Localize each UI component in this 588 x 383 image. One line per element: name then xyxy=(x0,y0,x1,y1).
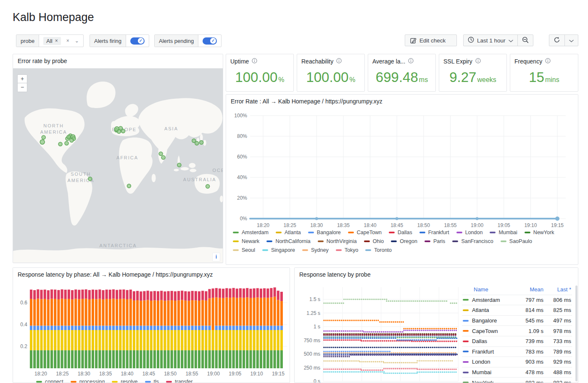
phase-bar-segment[interactable] xyxy=(98,326,101,330)
phase-bar-segment[interactable] xyxy=(181,350,183,368)
phase-bar-segment[interactable] xyxy=(277,300,279,326)
phase-bar-segment[interactable] xyxy=(253,288,256,298)
legend-item-seoul[interactable]: Seoul xyxy=(233,247,255,253)
phase-bar-segment[interactable] xyxy=(225,350,228,368)
phase-bar-segment[interactable] xyxy=(30,299,32,326)
refresh-button[interactable] xyxy=(549,35,564,46)
phase-bar-segment[interactable] xyxy=(85,298,87,325)
phase-bar-segment[interactable] xyxy=(208,350,211,368)
phase-bar-segment[interactable] xyxy=(68,290,70,299)
phase-bar-segment[interactable] xyxy=(160,300,163,326)
phase-bar-segment[interactable] xyxy=(61,298,63,325)
phase-bar-segment[interactable] xyxy=(57,290,60,299)
phase-bar-segment[interactable] xyxy=(219,298,221,325)
phase-bar-segment[interactable] xyxy=(109,290,111,299)
phase-bar-segment[interactable] xyxy=(61,350,63,368)
phase-bar-segment[interactable] xyxy=(33,290,36,299)
phase-bar-segment[interactable] xyxy=(191,330,194,350)
phase-bar-segment[interactable] xyxy=(243,288,245,298)
phase-bar-segment[interactable] xyxy=(219,350,221,368)
refresh-interval-dropdown[interactable] xyxy=(564,35,578,46)
phase-bar-segment[interactable] xyxy=(184,330,187,350)
legend-item-dallas[interactable]: Dallas xyxy=(389,230,412,235)
info-icon[interactable] xyxy=(336,58,342,65)
phase-bar-segment[interactable] xyxy=(274,350,276,368)
phase-bar-segment[interactable] xyxy=(280,326,283,330)
phase-bar-segment[interactable] xyxy=(174,330,177,350)
phase-bar-segment[interactable] xyxy=(109,330,111,350)
phase-bar-segment[interactable] xyxy=(219,330,221,350)
phase-bar-segment[interactable] xyxy=(201,326,204,330)
phase-bar-segment[interactable] xyxy=(229,288,231,298)
phase-bar-segment[interactable] xyxy=(249,298,252,326)
probe-location-dot[interactable] xyxy=(88,177,92,181)
probe-location-dot[interactable] xyxy=(159,152,163,156)
map-attribution-icon[interactable]: i xyxy=(212,253,220,261)
phase-bar-segment[interactable] xyxy=(95,326,98,330)
phase-bar-segment[interactable] xyxy=(88,290,91,299)
phase-bar-segment[interactable] xyxy=(68,299,70,326)
phase-bar-segment[interactable] xyxy=(243,298,245,325)
phase-bar-segment[interactable] xyxy=(126,299,129,326)
phase-bar-segment[interactable] xyxy=(270,350,272,368)
phase-bar-segment[interactable] xyxy=(109,299,111,325)
phase-bar-segment[interactable] xyxy=(71,330,74,350)
phase-bar-segment[interactable] xyxy=(129,326,132,330)
phase-bar-segment[interactable] xyxy=(95,350,98,368)
phase-bar-segment[interactable] xyxy=(119,330,121,350)
table-header-mean[interactable]: Mean xyxy=(513,286,543,293)
phase-bar-segment[interactable] xyxy=(270,288,272,297)
phase-bar-segment[interactable] xyxy=(50,299,53,326)
legend-item-capetown[interactable]: CapeTown xyxy=(348,230,382,235)
phase-bar-segment[interactable] xyxy=(57,326,60,330)
phase-bar-segment[interactable] xyxy=(30,350,32,368)
phase-bar-segment[interactable] xyxy=(201,330,204,350)
phase-bar-segment[interactable] xyxy=(246,350,248,368)
phase-bar-segment[interactable] xyxy=(61,289,63,298)
phase-bar-segment[interactable] xyxy=(263,330,266,350)
phase-bar-segment[interactable] xyxy=(243,330,245,350)
phase-bar-segment[interactable] xyxy=(126,290,129,299)
phase-bar-segment[interactable] xyxy=(215,326,218,330)
legend-item-processing[interactable]: processing xyxy=(71,379,105,383)
phase-bar-segment[interactable] xyxy=(47,290,50,299)
phase-bar-segment[interactable] xyxy=(249,330,252,350)
phase-bar-segment[interactable] xyxy=(126,326,129,330)
phase-bar-segment[interactable] xyxy=(147,300,149,326)
phase-bar-segment[interactable] xyxy=(37,289,39,298)
probe-location-dot[interactable] xyxy=(65,141,69,145)
phase-bar-segment[interactable] xyxy=(33,350,36,368)
phase-bar-segment[interactable] xyxy=(57,350,60,368)
phase-bar-segment[interactable] xyxy=(229,330,231,350)
phase-bar-segment[interactable] xyxy=(229,298,231,325)
phase-bar-segment[interactable] xyxy=(102,330,104,350)
phase-bar-segment[interactable] xyxy=(40,299,42,325)
phase-bar-segment[interactable] xyxy=(280,330,283,350)
legend-item-sanfrancisco[interactable]: SanFrancisco xyxy=(452,238,493,244)
phase-bar-segment[interactable] xyxy=(205,330,207,350)
phase-bar-segment[interactable] xyxy=(260,288,262,298)
phase-bar-segment[interactable] xyxy=(184,301,187,326)
phase-bar-segment[interactable] xyxy=(112,289,115,298)
phase-bar-segment[interactable] xyxy=(102,290,104,299)
probe-location-dot[interactable] xyxy=(121,129,125,133)
phase-bar-segment[interactable] xyxy=(205,350,207,368)
phase-bar-segment[interactable] xyxy=(126,350,129,368)
phase-bar-segment[interactable] xyxy=(105,290,108,299)
phase-bar-segment[interactable] xyxy=(260,330,262,350)
phase-bar-segment[interactable] xyxy=(140,326,142,330)
alerts-firing-toggle[interactable]: ✓ xyxy=(130,37,145,45)
phase-bar-segment[interactable] xyxy=(171,291,173,300)
phase-bar-segment[interactable] xyxy=(71,350,74,368)
phase-bar-segment[interactable] xyxy=(133,350,135,368)
phase-bar-segment[interactable] xyxy=(201,300,204,326)
chevron-down-icon[interactable]: ⌄ xyxy=(75,38,79,44)
phase-bar-segment[interactable] xyxy=(78,290,80,299)
phase-bar-segment[interactable] xyxy=(160,291,163,300)
phase-bar-segment[interactable] xyxy=(33,330,36,350)
phase-bar-segment[interactable] xyxy=(95,290,98,299)
phase-bar-segment[interactable] xyxy=(50,326,53,330)
phase-bar-segment[interactable] xyxy=(47,330,50,350)
phase-bar-segment[interactable] xyxy=(191,350,194,368)
probe-location-dot[interactable] xyxy=(40,140,45,144)
